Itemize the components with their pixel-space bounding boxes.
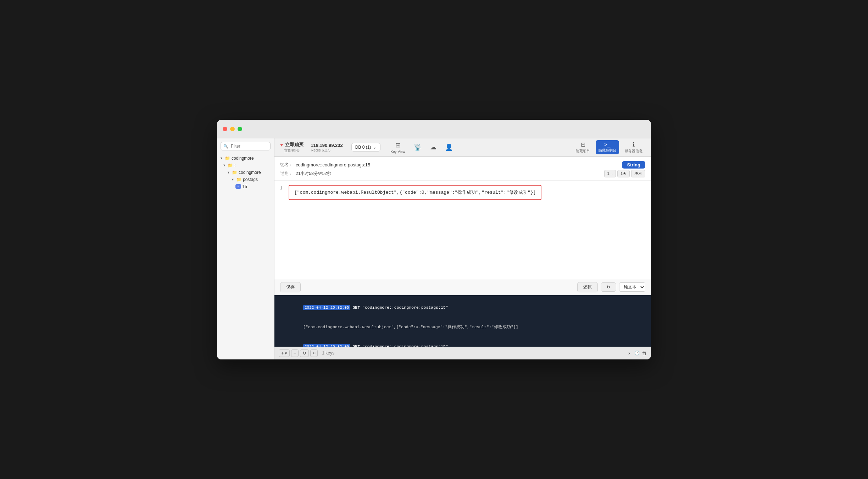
statusbar: + ▾ − ↻ ≈ 1 keys › (274, 347, 651, 359)
chevron-down-icon: ▾ (285, 351, 287, 356)
brand-sub: 立即购买 (284, 148, 300, 153)
folder-icon: 📁 (232, 170, 237, 175)
topbar-icons: ⊞ Key View 📡 ☁ 👤 (388, 140, 573, 155)
folder-icon: 📁 (228, 163, 233, 168)
refresh-button[interactable]: ↻ (601, 282, 616, 292)
brand-name[interactable]: 立即购买 (285, 142, 304, 148)
console-result-1: ["com.codingmore.webapi.ResultObject",{"… (279, 318, 647, 337)
tree-item-codingmore-sub[interactable]: ▼ 📁 codingmore (217, 169, 274, 176)
wave-button[interactable]: ≈ (310, 349, 318, 357)
key-type-badge: String (622, 161, 645, 169)
value-box[interactable]: ["com.codingmore.webapi.ResultObject",{"… (289, 185, 541, 200)
folder-icon: 📁 (225, 156, 230, 161)
console-line-1: 2022-04-12 20:32:05GET "codingmore::codi… (279, 298, 647, 318)
tree-item-label: codingmore (239, 170, 271, 175)
hide-detail-button[interactable]: ⊟ 隐藏细节 (573, 140, 593, 155)
main-layout: 🔍 ▼ 📁 codingmore ▼ 📁 : (217, 138, 651, 359)
ttl-never-button[interactable]: 决不 (631, 170, 645, 177)
tree-item-15[interactable]: » 15 (217, 183, 274, 190)
format-select[interactable]: 纯文本 JSON Hex Binary (619, 282, 645, 292)
heart-icon: ♥ (280, 142, 283, 148)
server-info-label: 服务器信息 (625, 149, 642, 154)
close-button[interactable] (223, 127, 227, 131)
ttl-custom-button[interactable]: 1... (604, 170, 616, 177)
server-ip: 118.190.99.232 (311, 143, 343, 148)
remove-button[interactable]: − (291, 349, 299, 357)
tree-item-codingmore[interactable]: ▼ 📁 codingmore (217, 155, 274, 162)
tree-item-label: postags (243, 177, 271, 182)
traffic-lights (223, 127, 242, 131)
user-button[interactable]: 👤 (442, 142, 456, 153)
console-line-2: 2022-04-12 20:32:09GET "codingmore::codi… (279, 337, 647, 346)
save-button[interactable]: 保存 (280, 282, 301, 292)
maximize-button[interactable] (238, 127, 242, 131)
chevron-icon: ▼ (227, 171, 230, 174)
server-info-button[interactable]: ℹ 服务器信息 (622, 140, 645, 155)
hide-detail-label: 隐藏细节 (576, 149, 590, 154)
folder-icon: 📁 (236, 177, 241, 182)
search-icon: 🔍 (223, 144, 228, 148)
console-panel: 2022-04-12 20:32:05GET "codingmore::codi… (274, 295, 651, 347)
chevron-icon: ▼ (223, 164, 226, 167)
hide-console-button[interactable]: >_ 隐藏控制台 (596, 140, 619, 154)
wave-icon: ≈ (313, 351, 315, 356)
key-name-label: 键名： (280, 162, 293, 168)
key-count: 1 keys (322, 351, 334, 356)
clock-icon: 🕐 (634, 351, 640, 356)
content-area: ♥ 立即购买 立即购买 118.190.99.232 Redis 6.2.5 D… (274, 138, 651, 359)
keyview-label: Key View (390, 150, 405, 154)
tree-item-label: : (234, 163, 271, 168)
server-version: Redis 6.2.5 (311, 148, 343, 152)
action-bar: 保存 还原 ↻ 纯文本 JSON Hex Binary (274, 279, 651, 295)
topbar-right: ⊟ 隐藏细节 >_ 隐藏控制台 ℹ 服务器信息 (573, 140, 645, 155)
brand-area: ♥ 立即购买 立即购买 (280, 142, 304, 153)
user-icon: 👤 (445, 143, 453, 151)
ttl-value: 21小时58分钟52秒 (296, 171, 331, 177)
antenna-icon: 📡 (414, 143, 422, 151)
trash-icon[interactable]: 🗑 (642, 350, 647, 356)
ttl-1day-button[interactable]: 1天 (617, 170, 630, 177)
hide-detail-icon: ⊟ (581, 141, 585, 148)
add-button[interactable]: + ▾ (279, 349, 290, 357)
topbar: ♥ 立即购买 立即购买 118.190.99.232 Redis 6.2.5 D… (274, 138, 651, 157)
console-result-text-1: ["com.codingmore.webapi.ResultObject",{"… (303, 325, 518, 329)
statusbar-left: + ▾ − ↻ ≈ 1 keys (279, 349, 334, 357)
info-icon: ℹ (633, 141, 635, 148)
server-info-area: 118.190.99.232 Redis 6.2.5 (311, 143, 343, 152)
ttl-buttons: 1... 1天 决不 (604, 170, 645, 177)
refresh-keys-button[interactable]: ↻ (300, 349, 309, 357)
value-content: 1 ["com.codingmore.webapi.ResultObject",… (274, 181, 651, 279)
console-cmd-1: GET "codingmore::codingmore:postags:15" (352, 305, 448, 310)
key-name-value: codingmore::codingmore:postags:15 (296, 162, 370, 167)
minus-icon: − (294, 351, 296, 356)
key-meta: 键名： codingmore::codingmore:postags:15 St… (274, 157, 651, 181)
sidebar: 🔍 ▼ 📁 codingmore ▼ 📁 : (217, 138, 274, 359)
subscribe-button[interactable]: 📡 (411, 142, 424, 153)
tree-item-label: 15 (243, 184, 271, 189)
keyview-button[interactable]: ⊞ Key View (388, 140, 408, 155)
db-label: DB 0 (1) (355, 145, 371, 150)
sidebar-search-area: 🔍 (217, 138, 274, 153)
cloud-button[interactable]: ☁ (427, 142, 439, 153)
statusbar-right: › 🕐 🗑 (626, 349, 647, 357)
cloud-icon: ☁ (430, 143, 436, 151)
hide-console-label: 隐藏控制台 (599, 148, 616, 153)
value-row: 1 ["com.codingmore.webapi.ResultObject",… (280, 185, 645, 200)
chevron-icon: ▼ (220, 156, 223, 160)
console-timestamp: 2022-04-12 20:32:05 (303, 305, 350, 310)
restore-button[interactable]: 还原 (577, 282, 598, 292)
db-selector[interactable]: DB 0 (1) ⌄ (351, 143, 381, 152)
titlebar (217, 120, 651, 138)
tree-item-postags[interactable]: ▼ 📁 postags (217, 176, 274, 183)
key-area: 键名： codingmore::codingmore:postags:15 St… (274, 157, 651, 295)
main-window: 🔍 ▼ 📁 codingmore ▼ 📁 : (217, 120, 651, 359)
expand-arrow[interactable]: › (626, 349, 632, 357)
tree-item-label: codingmore (232, 156, 271, 161)
ttl-label: 过期： (280, 171, 293, 177)
console-icon: >_ (605, 142, 611, 147)
chevron-down-icon: ⌄ (373, 145, 377, 150)
sidebar-tree: ▼ 📁 codingmore ▼ 📁 : ▼ 📁 codingmore (217, 153, 274, 359)
minimize-button[interactable] (230, 127, 235, 131)
tree-item-colon[interactable]: ▼ 📁 : (217, 162, 274, 169)
plus-icon: + (281, 351, 284, 356)
